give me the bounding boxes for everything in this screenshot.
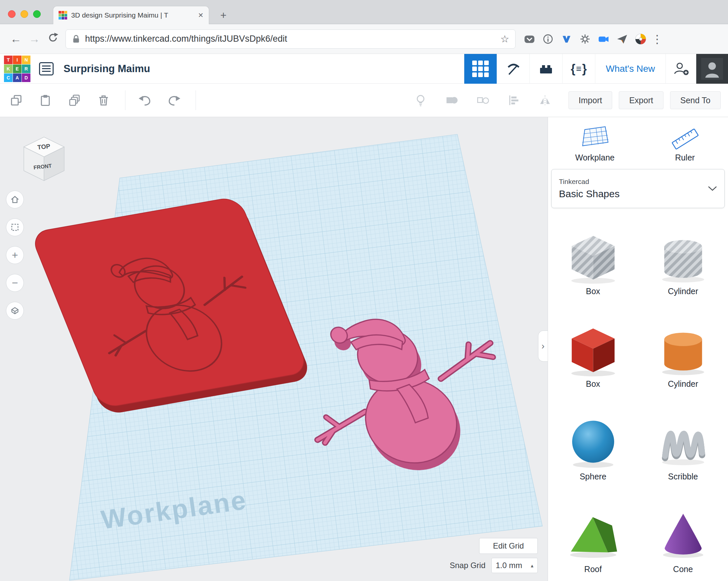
undo-button[interactable] — [137, 93, 153, 108]
video-camera-extension-icon[interactable] — [598, 33, 609, 45]
tab-close-icon[interactable]: ✕ — [198, 11, 204, 19]
send-to-button[interactable]: Send To — [670, 91, 721, 109]
fit-view-button[interactable] — [6, 218, 24, 236]
reload-button[interactable] — [44, 32, 62, 46]
copy-button[interactable] — [8, 93, 24, 108]
viewport-3d[interactable]: Workplane — [0, 117, 548, 581]
shape-scribble[interactable]: Scribble — [656, 415, 710, 481]
forward-button[interactable]: → — [25, 32, 44, 45]
shape-box[interactable]: Box — [566, 323, 621, 389]
close-window-button[interactable] — [8, 10, 16, 18]
panel-collapse-handle[interactable]: › — [538, 331, 548, 362]
shape-cylinder-hole[interactable]: Cylinder — [656, 230, 710, 296]
user-avatar[interactable] — [696, 54, 728, 84]
shape-gallery: Box Cylinder — [548, 230, 728, 574]
gear-extension-icon[interactable] — [579, 33, 591, 45]
bookmark-star-icon[interactable]: ☆ — [500, 33, 509, 45]
info-extension-icon[interactable] — [542, 33, 554, 45]
browser-tab[interactable]: 3D design Surprising Maimu | T ✕ — [53, 6, 209, 24]
person-add-icon — [673, 61, 689, 76]
codeblocks-icon: { ≡ } — [571, 62, 587, 76]
ruler-tool-button[interactable]: Ruler — [669, 125, 701, 162]
caret-up-icon: ▴ — [531, 562, 534, 569]
logo-tile: R — [22, 64, 30, 73]
codeblocks-button[interactable]: { ≡ } — [562, 54, 595, 84]
design-title[interactable]: Surprising Maimu — [63, 63, 150, 75]
align-button[interactable] — [506, 93, 521, 108]
mirror-button[interactable] — [538, 93, 553, 108]
ungroup-button[interactable] — [475, 93, 490, 108]
fit-view-icon — [10, 223, 20, 232]
scene-3d: Workplane — [0, 117, 548, 581]
logo-tile: I — [13, 56, 22, 64]
browser-menu-button[interactable]: ⋮ — [651, 32, 663, 46]
shape-cylinder[interactable]: Cylinder — [656, 323, 710, 389]
toolbar-divider — [196, 90, 196, 110]
avatar-silhouette-icon — [701, 58, 723, 80]
category-selected: Basic Shapes — [559, 188, 708, 200]
shape-category-dropdown[interactable]: Tinkercad Basic Shapes — [551, 169, 725, 208]
design-properties-icon[interactable] — [39, 62, 54, 75]
shape-sphere[interactable]: Sphere — [566, 415, 621, 481]
delete-button[interactable] — [96, 93, 111, 108]
new-tab-button[interactable]: + — [217, 8, 230, 22]
minecraft-export-button[interactable] — [497, 54, 529, 84]
zoom-in-button[interactable]: + — [6, 246, 24, 264]
show-all-button[interactable] — [413, 93, 428, 108]
shape-label: Cylinder — [668, 379, 698, 389]
zoom-out-icon: − — [12, 277, 18, 289]
duplicate-button[interactable] — [67, 93, 82, 108]
lego-brick-icon — [539, 62, 553, 75]
category-brand: Tinkercad — [559, 178, 708, 186]
whats-new-link[interactable]: What's New — [595, 54, 666, 84]
app-header: T I N K E R C A D Surprising Maimu — [0, 54, 728, 84]
back-button[interactable]: ← — [7, 32, 25, 45]
perspective-toggle-button[interactable] — [6, 302, 24, 320]
shape-box-hole[interactable]: Box — [566, 230, 621, 296]
ruler-tool-label: Ruler — [675, 153, 695, 162]
share-invite-button[interactable] — [666, 54, 696, 84]
url-text[interactable]: https://www.tinkercad.com/things/itJUBVs… — [85, 34, 500, 44]
shape-label: Sphere — [580, 472, 606, 481]
panel-top-buttons: Workplane Ruler — [548, 117, 728, 162]
paste-button[interactable] — [38, 93, 53, 108]
shape-label: Cone — [673, 564, 693, 574]
group-button[interactable] — [444, 93, 459, 108]
toolbar-right: Import Export Send To — [413, 91, 721, 109]
view-cube-top-label[interactable]: TOP — [37, 142, 51, 151]
shape-label: Box — [586, 287, 600, 296]
shape-cone[interactable]: Cone — [656, 508, 710, 574]
shape-roof[interactable]: Roof — [566, 508, 621, 574]
workplane-tool-button[interactable]: Workplane — [575, 125, 615, 162]
import-button[interactable]: Import — [569, 91, 613, 109]
brick-export-button[interactable] — [529, 54, 562, 84]
zoom-window-button[interactable] — [33, 10, 41, 18]
browser-navbar: ← → https://www.tinkercad.com/things/itJ… — [0, 24, 728, 54]
logo-tile: N — [22, 56, 30, 64]
zoom-out-button[interactable]: − — [6, 274, 24, 292]
main-area: Workplane — [0, 117, 728, 581]
paper-plane-extension-icon[interactable] — [616, 33, 628, 45]
zoom-in-icon: + — [12, 249, 18, 261]
minimize-window-button[interactable] — [21, 10, 28, 18]
blocks-editor-button[interactable] — [464, 54, 497, 84]
v-extension-icon[interactable] — [561, 33, 572, 45]
shape-label: Scribble — [668, 472, 698, 481]
address-bar[interactable]: https://www.tinkercad.com/things/itJUBVs… — [66, 29, 516, 49]
snap-grid-label: Snap Grid — [450, 561, 486, 570]
edit-grid-button[interactable]: Edit Grid — [479, 538, 538, 554]
shape-label: Cylinder — [668, 287, 698, 296]
home-view-button[interactable] — [6, 191, 24, 208]
view-cube[interactable]: TOP FRONT — [19, 132, 69, 184]
extensions-row — [523, 33, 647, 45]
tinkercad-logo[interactable]: T I N K E R C A D — [4, 56, 30, 82]
chevron-down-icon — [708, 186, 717, 191]
pocket-extension-icon[interactable] — [523, 33, 536, 45]
redo-button[interactable] — [166, 93, 182, 108]
logo-tile: D — [22, 74, 30, 82]
snap-grid-select[interactable]: 1.0 mm ▴ — [491, 558, 538, 573]
export-button[interactable]: Export — [619, 91, 663, 109]
reload-icon — [47, 32, 58, 43]
logo-tile: K — [4, 64, 12, 73]
compass-extension-icon[interactable] — [635, 33, 647, 45]
